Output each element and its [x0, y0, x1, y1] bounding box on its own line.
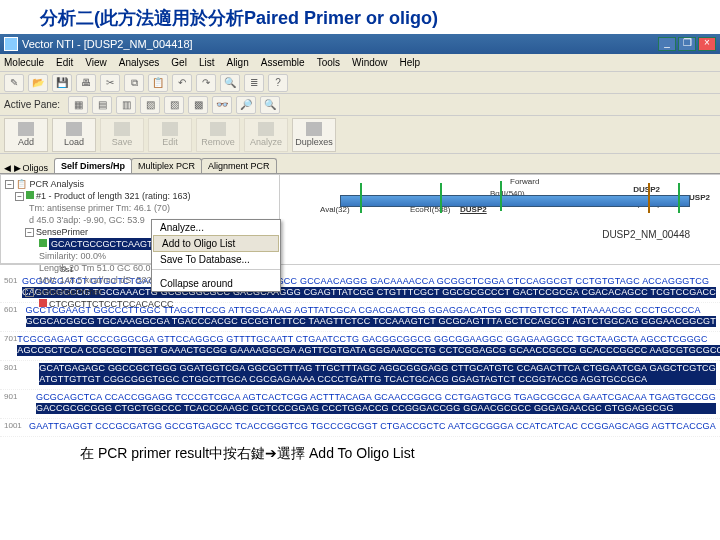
save-icon: [114, 122, 130, 136]
menu-align[interactable]: Align: [226, 57, 248, 68]
tab-multiplex[interactable]: Multiplex PCR: [131, 158, 202, 173]
menu-window[interactable]: Window: [352, 57, 388, 68]
tb-print-icon[interactable]: 🖶: [76, 74, 96, 92]
seq-line-rev: GACCGCGCGGG CTGCTGGCCC TCACCCAAGC GCTCCC…: [36, 403, 716, 414]
map-feature-5: [678, 183, 680, 213]
activepane-label: Active Pane:: [4, 99, 60, 110]
seq-line-rev: GCGCACGGCG TGCAAAGGCGA TGACCCACGC GCGGTC…: [26, 316, 716, 327]
tabs-label: ◀ ▶ Oligos: [4, 163, 48, 173]
seq-row[interactable]: 901GCGCAGCTCA CCACCGGAGG TCCCGTCGCA AGTC…: [0, 390, 720, 419]
tb-open-icon[interactable]: 📂: [28, 74, 48, 92]
menu-edit[interactable]: Edit: [56, 57, 73, 68]
map-fwd-label: Forward: [510, 177, 539, 186]
seq-row[interactable]: 701TCGCGAGAGT GCCCGGGCGA GTTCCAGGCG GTTT…: [0, 332, 720, 361]
tb-cut-icon[interactable]: ✂: [100, 74, 120, 92]
pane-glasses-icon[interactable]: 👓: [212, 96, 232, 114]
tb-find-icon[interactable]: 🔍: [220, 74, 240, 92]
seq-line-fwd: TCGCGAGAGT GCCCGGGCGA GTTCCAGGCG GTTTTGC…: [17, 334, 720, 345]
tabstrip: ◀ ▶ Oligos Self Dimers/Hp Multiplex PCR …: [0, 154, 720, 174]
add-icon: [18, 122, 34, 136]
seq-line-fwd: GCGCAGCTCA CCACCGGAGG TCCCGTCGCA AGTCACT…: [36, 392, 716, 403]
menu-gel[interactable]: Gel: [171, 57, 187, 68]
pane-btn-6[interactable]: ▩: [188, 96, 208, 114]
menu-help[interactable]: Help: [400, 57, 421, 68]
menubar: Molecule Edit View Analyses Gel List Ali…: [0, 54, 720, 72]
btn-save[interactable]: Save: [100, 118, 144, 152]
tb-db-icon[interactable]: ≣: [244, 74, 264, 92]
minimize-button[interactable]: _: [658, 37, 676, 51]
pane-btn-3[interactable]: ▥: [116, 96, 136, 114]
seq-line-rev: AGCCGCTCCA CCGCGCTTGGT GAAACTGCGG GAAAAG…: [17, 345, 720, 356]
pane-btn-5[interactable]: ▨: [164, 96, 184, 114]
tb-redo-icon[interactable]: ↷: [196, 74, 216, 92]
slide-title: 分析二(此方法適用於分析Paired Primer or oligo): [0, 0, 720, 34]
tree-pane[interactable]: −📋 PCR Analysis −#1 - Product of length …: [0, 174, 280, 264]
seq-row[interactable]: 1001GAATTGAGGT CCCGCGATGG GCCGTGAGCC TCA…: [0, 419, 720, 437]
map-feature-1: [360, 183, 362, 213]
btn-remove[interactable]: Remove: [196, 118, 240, 152]
btn-duplexes[interactable]: Duplexes: [292, 118, 336, 152]
tree-root: PCR Analysis: [30, 179, 85, 189]
pane-btn-4[interactable]: ▧: [140, 96, 160, 114]
seq-pos: 701: [4, 334, 17, 343]
edit-icon: [162, 122, 178, 136]
tree-product[interactable]: #1 - Product of length 321 (rating: 163): [36, 191, 191, 201]
pane-btn-1[interactable]: ▦: [68, 96, 88, 114]
pane-btn-2[interactable]: ▤: [92, 96, 112, 114]
seq-line-fwd: GAATTGAGGT CCCGCGATGG GCCGTGAGCC TCACCGG…: [29, 421, 716, 432]
pane-zoomout-icon[interactable]: 🔍: [260, 96, 280, 114]
ctx-save-db[interactable]: Save To Database...: [152, 252, 280, 267]
map-feature-3: [500, 181, 502, 211]
btn-load[interactable]: Load: [52, 118, 96, 152]
menu-assemble[interactable]: Assemble: [261, 57, 305, 68]
ctx-add-to-oligo[interactable]: Add to Oligo List: [153, 235, 279, 252]
duplexes-icon: [306, 122, 322, 136]
menu-view[interactable]: View: [85, 57, 107, 68]
tb-help-icon[interactable]: ?: [268, 74, 288, 92]
tb-new-icon[interactable]: ✎: [4, 74, 24, 92]
menu-list[interactable]: List: [199, 57, 215, 68]
toolbar-oligo: Add Load Save Edit Remove Analyze Duplex…: [0, 116, 720, 154]
seq-line-rev: ATGTTGTTGT CGGCGGGTGGC CTGGCTTGCA CGCGAG…: [39, 374, 716, 385]
tb-paste-icon[interactable]: 📋: [148, 74, 168, 92]
tab-selfdimers[interactable]: Self Dimers/Hp: [54, 158, 132, 173]
tree-tm: Tm: antisense primer Tm: 46.1 (70): [5, 202, 275, 214]
titlebar: Vector NTI - [DUSP2_NM_004418] _ ❐ ×: [0, 34, 720, 54]
window-title: Vector NTI - [DUSP2_NM_004418]: [22, 38, 193, 50]
btn-add[interactable]: Add: [4, 118, 48, 152]
app-icon: [4, 37, 18, 51]
ctx-collapse[interactable]: Collapse around: [152, 276, 280, 291]
map-ruler[interactable]: [340, 195, 690, 207]
close-button[interactable]: ×: [698, 37, 716, 51]
seq-row[interactable]: 801GCATGAGAGC GGCCGCTGGG GGATGGTCGA GGCG…: [0, 361, 720, 390]
seq-pos: 801: [4, 363, 39, 372]
context-menu: Analyze... Add to Oligo List Save To Dat…: [151, 219, 281, 292]
menu-molecule[interactable]: Molecule: [4, 57, 44, 68]
seq-pos: 901: [4, 392, 36, 401]
toolbar-activepane: Active Pane: ▦ ▤ ▥ ▧ ▨ ▩ 👓 🔎 🔍: [0, 94, 720, 116]
toolbar-1: ✎ 📂 💾 🖶 ✂ ⧉ 📋 ↶ ↷ 🔍 ≣ ?: [0, 72, 720, 94]
seq-line-fwd: GCATGAGAGC GGCCGCTGGG GGATGGTCGA GGCGCTT…: [39, 363, 716, 374]
map-pane[interactable]: Forward BglII(540) Aval(32) EcoRI(588) D…: [280, 174, 720, 264]
tb-undo-icon[interactable]: ↶: [172, 74, 192, 92]
tb-save-icon[interactable]: 💾: [52, 74, 72, 92]
map-molecule-name: DUSP2_NM_00448: [602, 229, 690, 240]
maximize-button[interactable]: ❐: [678, 37, 696, 51]
seq-pos: 1001: [4, 421, 29, 430]
btn-analyze[interactable]: Analyze: [244, 118, 288, 152]
tb-copy-icon[interactable]: ⧉: [124, 74, 144, 92]
menu-analyses[interactable]: Analyses: [119, 57, 160, 68]
menu-tools[interactable]: Tools: [317, 57, 340, 68]
window-buttons: _ ❐ ×: [658, 37, 716, 51]
map-feature-4: [648, 183, 650, 213]
ctx-analyze[interactable]: Analyze...: [152, 220, 280, 235]
pane-zoom-icon[interactable]: 🔎: [236, 96, 256, 114]
footnote: 在 PCR primer result中按右鍵➔選擇 Add To Oligo …: [0, 437, 720, 467]
tree-senseprimer[interactable]: SensePrimer: [36, 227, 88, 237]
tree-antiprimer[interactable]: AntisensePrimer: [36, 287, 102, 297]
btn-edit[interactable]: Edit: [148, 118, 192, 152]
tree-primer2[interactable]: CTCGCTTCTCCTCCACACCC: [49, 299, 174, 309]
map-r1: DUSP2: [633, 185, 660, 194]
tab-alignment[interactable]: Alignment PCR: [201, 158, 277, 173]
map-feature-2: [440, 183, 442, 213]
